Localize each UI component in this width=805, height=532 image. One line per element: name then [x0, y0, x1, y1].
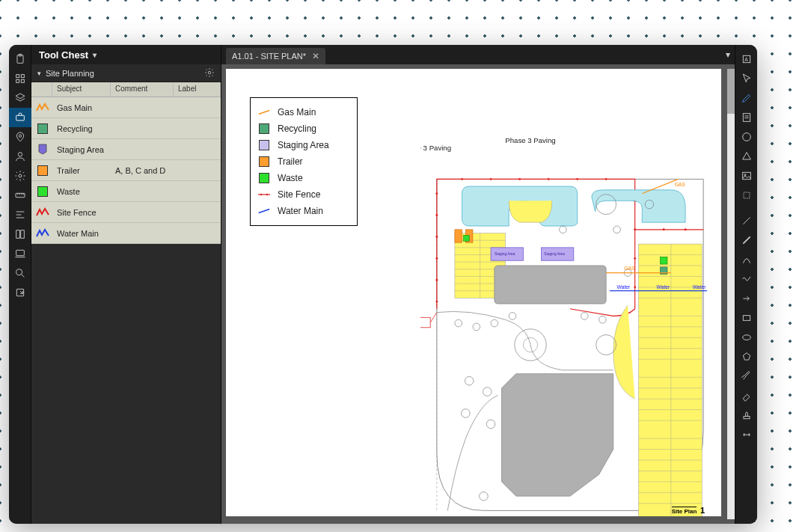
swatch-icon — [36, 185, 49, 198]
close-icon[interactable]: ✕ — [312, 51, 319, 61]
list-item[interactable]: Site Fence — [31, 202, 221, 223]
swatch-icon — [36, 206, 49, 219]
image-tool-icon[interactable] — [735, 166, 757, 186]
svg-rect-101 — [743, 114, 750, 122]
svg-rect-4 — [16, 79, 19, 82]
svg-point-18 — [266, 194, 268, 195]
align-icon[interactable] — [9, 205, 31, 224]
staging-label-1: Staging Area — [495, 252, 515, 256]
svg-point-27 — [490, 178, 492, 180]
svg-rect-11 — [16, 250, 25, 255]
legend-label: Trailer — [278, 156, 303, 167]
tab-title: A1.01 - SITE PLAN* — [232, 52, 306, 61]
panel-title: Tool Chest — [39, 49, 88, 61]
svg-rect-106 — [743, 316, 750, 321]
swatch-icon — [36, 227, 49, 240]
main-area: A1.01 - SITE PLAN* ✕ ▾ Gas MainRecycling… — [221, 45, 735, 524]
pen-tool-icon[interactable] — [735, 88, 757, 108]
stamp-tool-icon[interactable] — [735, 406, 757, 425]
svg-rect-108 — [744, 416, 750, 418]
chevron-down-icon: ▾ — [93, 51, 97, 59]
svg-point-30 — [576, 178, 578, 180]
svg-rect-2 — [16, 75, 19, 78]
svg-point-8 — [18, 153, 22, 156]
water-label-2: Water — [657, 284, 670, 290]
legend-swatch-icon — [258, 106, 270, 118]
col-header-label[interactable]: Label — [174, 82, 221, 97]
laptop-icon[interactable] — [9, 244, 31, 263]
svg-point-102 — [743, 133, 751, 141]
crop-tool-icon[interactable] — [735, 186, 757, 205]
vertical-scrollbar[interactable] — [727, 69, 735, 519]
col-header-subject[interactable]: Subject — [52, 82, 111, 97]
legend-swatch-icon — [258, 156, 270, 168]
toolbox-icon[interactable] — [9, 108, 31, 127]
location-icon[interactable] — [9, 127, 31, 147]
text-tool-icon[interactable]: A — [735, 49, 757, 69]
clipboard-icon[interactable] — [9, 49, 31, 69]
search-icon[interactable] — [9, 263, 31, 283]
drawing-canvas[interactable]: Gas MainRecyclingStaging AreaTrailerWast… — [226, 69, 721, 516]
tab-dropdown-icon[interactable]: ▾ — [726, 49, 730, 60]
gear-icon[interactable] — [9, 166, 31, 186]
col-header-comment[interactable]: Comment — [111, 82, 174, 97]
list-item[interactable]: Trailer A, B, C and D — [31, 160, 221, 181]
measure-tool-icon[interactable] — [735, 425, 757, 444]
legend-label: Site Fence — [278, 189, 320, 200]
svg-point-89 — [483, 388, 492, 397]
note-tool-icon[interactable] — [735, 108, 757, 127]
select-tool-icon[interactable] — [735, 69, 757, 88]
legend-label: Recycling — [278, 123, 316, 134]
shape-tool-icon[interactable] — [735, 147, 757, 166]
user-icon[interactable] — [9, 147, 31, 166]
legend-box: Gas MainRecyclingStaging AreaTrailerWast… — [250, 97, 358, 226]
tool-list: Subject Comment Label Gas Main Recycling… — [31, 82, 221, 244]
section-gear-icon[interactable] — [204, 67, 215, 79]
arrow-tool-icon[interactable] — [735, 289, 757, 308]
export-icon[interactable] — [9, 283, 31, 302]
canvas-wrap: Gas MainRecyclingStaging AreaTrailerWast… — [221, 64, 735, 524]
svg-point-22 — [435, 236, 438, 238]
svg-point-83 — [480, 492, 489, 501]
list-item[interactable]: Staging Area — [31, 139, 221, 160]
rect-tool-icon[interactable] — [735, 308, 757, 328]
panel-header[interactable]: Tool Chest ▾ — [31, 45, 221, 64]
document-tab[interactable]: A1.01 - SITE PLAN* ✕ — [226, 48, 325, 64]
item-comment: A, B, C and D — [111, 166, 174, 175]
legend-row: Staging Area — [258, 137, 349, 153]
svg-point-92 — [560, 226, 567, 233]
swatch-icon — [36, 101, 49, 114]
book-icon[interactable] — [9, 224, 31, 244]
list-item[interactable]: Waste — [31, 181, 221, 202]
line2-tool-icon[interactable] — [735, 230, 757, 250]
scrollbar-thumb[interactable] — [727, 69, 735, 114]
swatch-icon — [36, 142, 49, 156]
curve-tool-icon[interactable] — [735, 250, 757, 269]
ellipse-tool-icon[interactable] — [735, 328, 757, 347]
section-title: Site Planning — [46, 69, 94, 78]
legend-row: Water Main — [258, 203, 349, 219]
section-header[interactable]: ▾ Site Planning — [31, 64, 221, 82]
svg-point-28 — [518, 178, 521, 180]
phase3-label-a: Phase 3 Paving — [420, 144, 451, 152]
list-item[interactable]: Water Main — [31, 223, 221, 244]
wave-tool-icon[interactable] — [735, 269, 757, 289]
item-subject: Water Main — [52, 229, 111, 238]
legend-row: Gas Main — [258, 104, 349, 120]
polygon-tool-icon[interactable] — [735, 347, 757, 367]
plan-title-block: Site Plan 1 — [672, 506, 705, 515]
svg-line-19 — [259, 210, 269, 213]
rulers-icon[interactable] — [9, 186, 31, 205]
layers-icon[interactable] — [9, 88, 31, 108]
circle-tool-icon[interactable] — [735, 127, 757, 147]
list-item[interactable]: Recycling — [31, 118, 221, 139]
svg-point-82 — [596, 334, 616, 355]
svg-rect-103 — [743, 172, 751, 179]
item-subject: Trailer — [52, 166, 111, 175]
line-tool-icon[interactable] — [735, 211, 757, 230]
brush-tool-icon[interactable] — [735, 367, 757, 386]
list-item[interactable]: Gas Main — [31, 97, 221, 118]
grid-icon[interactable] — [9, 69, 31, 88]
eraser-tool-icon[interactable] — [735, 386, 757, 406]
svg-rect-105 — [744, 192, 750, 198]
